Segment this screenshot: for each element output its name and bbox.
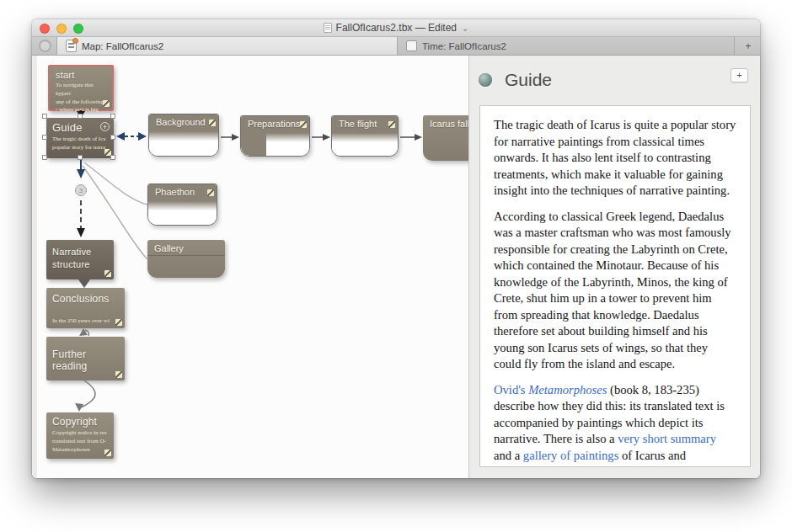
text-link[interactable]: Metamorphoses: [528, 383, 607, 396]
traffic-lights: [40, 24, 83, 34]
map-node-icarus-falls[interactable]: Icarus falls: [423, 115, 469, 161]
window-title-text: FallOfIcarus2.tbx — Edited: [336, 22, 457, 34]
map-node-preparations[interactable]: Preparations: [240, 115, 310, 157]
add-note-button[interactable]: +: [730, 68, 748, 82]
proxy-chevron-icon[interactable]: ⌄: [462, 24, 468, 33]
node-body-area: [332, 133, 398, 156]
timeline-view-icon: [406, 40, 417, 51]
text-link[interactable]: very short summary: [618, 432, 716, 445]
node-title: Narrative structure: [46, 240, 114, 273]
paragraph: The tragic death of Icarus is quite a po…: [494, 117, 736, 200]
map-node-the-flight[interactable]: The flight: [331, 115, 399, 157]
selection-handle[interactable]: [78, 114, 83, 119]
selection-handle[interactable]: [78, 155, 83, 160]
selection-handle[interactable]: [42, 135, 47, 140]
selection-handle[interactable]: [42, 114, 47, 119]
map-node-gallery[interactable]: Gallery: [147, 240, 225, 278]
window-title: FallOfIcarus2.tbx — Edited ⌄: [324, 22, 469, 34]
node-preview-text: Copyright notice in res translated text …: [46, 428, 114, 455]
tab-map-label: Map: FallOfIcarus2: [82, 41, 163, 51]
note-text-icon: [115, 319, 122, 326]
node-title: Phaethon: [148, 184, 217, 201]
node-body-area: [241, 133, 309, 156]
node-title: The flight: [332, 116, 398, 133]
minimize-button[interactable]: [56, 24, 67, 34]
node-title: Icarus falls: [423, 115, 469, 130]
tab-time-label: Time: FallOfIcarus2: [422, 41, 506, 51]
content-area: 3 start To navigate this hypert any of t…: [32, 56, 760, 478]
link-count-badge: 3: [79, 187, 83, 194]
map-left-gutter: [32, 56, 37, 478]
map-node-phaethon[interactable]: Phaethon: [147, 184, 217, 226]
text-pane: Guide + The tragic death of Icarus is qu…: [469, 56, 760, 478]
app-window: FallOfIcarus2.tbx — Edited ⌄ Map: FallOf…: [32, 19, 760, 478]
node-preview-text: To navigate this hypert any of the follo…: [50, 81, 112, 115]
map-node-narrative-structure[interactable]: Narrative structure: [46, 240, 114, 279]
tab-overview-button[interactable]: [39, 40, 51, 52]
map-node-guide[interactable]: Guide + The tragic death of Ica popular …: [46, 118, 114, 158]
note-title: Guide: [505, 70, 552, 90]
tab-map[interactable]: Map: FallOfIcarus2: [56, 37, 398, 55]
selection-handle[interactable]: [110, 114, 115, 119]
selection-handle[interactable]: [110, 155, 115, 160]
paragraph: Ovid's Metamorphoses (book 8, 183-235) d…: [494, 382, 736, 468]
add-tab-button[interactable]: +: [736, 37, 760, 55]
map-pane[interactable]: 3 start To navigate this hypert any of t…: [32, 56, 469, 478]
zoom-button[interactable]: [73, 24, 83, 34]
node-title: Background: [149, 114, 218, 131]
note-text-icon: [115, 371, 122, 378]
note-text-icon: [209, 120, 216, 126]
note-text-box[interactable]: The tragic death of Icarus is quite a po…: [479, 105, 751, 467]
node-title: Gallery: [147, 240, 225, 256]
expand-icon[interactable]: +: [100, 122, 110, 131]
text-link[interactable]: Ovid's: [494, 383, 528, 396]
tab-bar: Map: FallOfIcarus2 Time: FallOfIcarus2 +: [32, 37, 760, 56]
note-text-icon: [388, 121, 395, 128]
close-button[interactable]: [40, 24, 50, 34]
node-title: start: [50, 66, 112, 81]
text-pane-header: Guide +: [469, 56, 760, 104]
node-preview-text: In the 250 years over wi: [46, 317, 115, 327]
note-text: The tragic death of Icarus is quite a po…: [480, 106, 750, 467]
paragraph: According to classical Greek legend, Dae…: [494, 209, 736, 373]
node-title: Conclusions: [46, 288, 125, 306]
node-preview-text: The tragic death of Ica popular story fo…: [46, 135, 114, 153]
note-orb-icon: [479, 73, 492, 87]
selection-handle[interactable]: [42, 155, 47, 160]
node-body-area: [148, 201, 217, 225]
note-text-icon: [207, 189, 214, 196]
map-node-further-reading[interactable]: Further reading: [46, 337, 125, 380]
node-title: Further reading: [46, 337, 125, 373]
map-node-background[interactable]: Background: [148, 114, 219, 157]
map-node-conclusions[interactable]: Conclusions In the 250 years over wi: [46, 288, 125, 328]
note-text-icon: [103, 100, 110, 107]
map-node-start[interactable]: start To navigate this hypert any of the…: [48, 65, 114, 111]
node-title: Copyright: [46, 412, 114, 428]
node-body-area: [149, 131, 218, 156]
titlebar[interactable]: FallOfIcarus2.tbx — Edited ⌄: [32, 19, 760, 37]
tab-time[interactable]: Time: FallOfIcarus2: [398, 37, 735, 55]
note-text-icon: [104, 270, 111, 277]
map-node-copyright[interactable]: Copyright Copyright notice in res transl…: [46, 412, 114, 459]
note-text-icon: [300, 121, 307, 128]
document-icon: [324, 23, 332, 33]
note-text-icon: [104, 450, 111, 456]
text-link[interactable]: gallery of paintings: [523, 449, 618, 462]
selection-handle[interactable]: [110, 135, 115, 140]
map-view-icon: [66, 40, 77, 52]
node-title: Preparations: [241, 116, 309, 133]
